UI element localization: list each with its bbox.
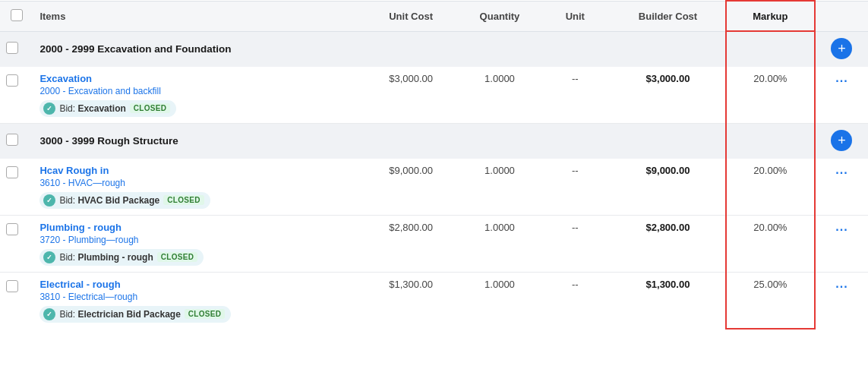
item-sub-label: 3810 - Electrical—rough [39,292,355,302]
unit-cell: -- [540,159,611,216]
add-item-button[interactable]: + [831,38,852,59]
quantity-cell: 1.0000 [459,159,539,216]
item-info-cell: Hcav Rough in 3610 - HVAC—rough ✓ Bid: H… [33,159,361,216]
closed-tag: CLOSED [130,103,170,113]
action-cell: ··· [815,67,868,124]
cat-checkbox[interactable] [6,42,18,54]
action-cell: ··· [815,215,868,272]
bid-icon: ✓ [43,102,55,115]
item-name-link[interactable]: Hcav Rough in [39,165,109,176]
item-checkbox[interactable] [6,166,18,178]
item-more-button[interactable]: ··· [832,73,851,90]
item-sub-label: 3720 - Plumbing—rough [39,235,355,245]
item-checkbox[interactable] [6,223,18,235]
quantity-cell: 1.0000 [459,67,539,124]
item-name-link[interactable]: Plumbing - rough [39,222,122,233]
bid-badge: ✓ Bid: Excavation CLOSED [39,100,176,117]
builder-cost-cell: $1,300.00 [611,272,726,329]
table-row: Excavation 2000 - Excavation and backfil… [0,67,868,124]
item-more-button[interactable]: ··· [832,279,851,295]
action-cell: ··· [815,272,868,329]
bid-label: Bid: Plumbing - rough [59,252,153,263]
item-name-link[interactable]: Electrical - rough [39,279,120,290]
unit-cell: -- [540,272,611,329]
item-sub-label: 3610 - HVAC—rough [39,178,355,188]
markup-cell: 25.00% [726,272,815,329]
header-builder-cost: Builder Cost [611,1,726,31]
action-cell: ··· [815,159,868,216]
cat-check-cell [0,31,33,67]
bid-icon: ✓ [43,194,55,207]
header-unit: Unit [540,1,611,31]
header-items: Items [33,1,361,31]
closed-tag: CLOSED [157,252,197,262]
item-info-cell: Electrical - rough 3810 - Electrical—rou… [33,272,361,329]
header-checkbox[interactable] [11,9,23,21]
cat-markup-cell [726,123,815,159]
markup-cell: 20.00% [726,67,815,124]
bid-label: Bid: Electrician Bid Package [59,309,180,320]
item-check-cell [0,159,33,216]
category-row: 3000 - 3999 Rough Structure + [0,123,868,159]
bid-icon: ✓ [43,251,55,263]
category-row: 2000 - 2999 Excavation and Foundation + [0,31,868,67]
add-item-button[interactable]: + [831,130,852,151]
bid-label: Bid: HVAC Bid Package [59,195,159,206]
item-sub-label: 2000 - Excavation and backfill [39,86,355,96]
category-label: 2000 - 2999 Excavation and Foundation [33,31,726,67]
cat-checkbox[interactable] [6,134,18,146]
table-row: Plumbing - rough 3720 - Plumbing—rough ✓… [0,215,868,272]
item-check-cell [0,67,33,124]
header-markup: Markup [726,1,815,31]
bid-badge: ✓ Bid: Electrician Bid Package CLOSED [39,306,231,323]
item-checkbox[interactable] [6,280,18,292]
unit-cell: -- [540,215,611,272]
unit-cost-cell: $3,000.00 [362,67,460,124]
cost-table: Items Unit Cost Quantity Unit Builder Co… [0,0,868,330]
markup-cell: 20.00% [726,215,815,272]
item-info-cell: Plumbing - rough 3720 - Plumbing—rough ✓… [33,215,361,272]
bid-badge: ✓ Bid: HVAC Bid Package CLOSED [39,192,210,209]
unit-cost-cell: $2,800.00 [362,215,460,272]
cat-action-cell: + [815,31,868,67]
builder-cost-cell: $9,000.00 [611,159,726,216]
builder-cost-cell: $2,800.00 [611,215,726,272]
builder-cost-cell: $3,000.00 [611,67,726,124]
unit-cell: -- [540,67,611,124]
item-name-link[interactable]: Excavation [39,73,92,84]
category-label: 3000 - 3999 Rough Structure [33,123,726,159]
quantity-cell: 1.0000 [459,272,539,329]
closed-tag: CLOSED [163,195,204,205]
cat-markup-cell [726,31,815,67]
header-quantity: Quantity [459,1,539,31]
unit-cost-cell: $9,000.00 [362,159,460,216]
item-checkbox[interactable] [6,74,18,87]
cat-check-cell [0,123,33,159]
cost-table-wrapper: Items Unit Cost Quantity Unit Builder Co… [0,0,868,330]
item-info-cell: Excavation 2000 - Excavation and backfil… [33,67,361,124]
bid-label: Bid: Excavation [59,103,125,114]
item-more-button[interactable]: ··· [832,165,851,181]
item-check-cell [0,215,33,272]
unit-cost-cell: $1,300.00 [362,272,460,329]
item-check-cell [0,272,33,329]
bid-badge: ✓ Bid: Plumbing - rough CLOSED [39,249,204,266]
header-action [815,1,868,31]
quantity-cell: 1.0000 [459,215,539,272]
markup-cell: 20.00% [726,159,815,216]
table-row: Electrical - rough 3810 - Electrical—rou… [0,272,868,329]
cat-action-cell: + [815,123,868,159]
bid-icon: ✓ [43,308,55,320]
closed-tag: CLOSED [185,309,225,319]
header-check [0,1,33,31]
header-unit-cost: Unit Cost [362,1,460,31]
item-more-button[interactable]: ··· [832,222,851,238]
table-row: Hcav Rough in 3610 - HVAC—rough ✓ Bid: H… [0,159,868,216]
